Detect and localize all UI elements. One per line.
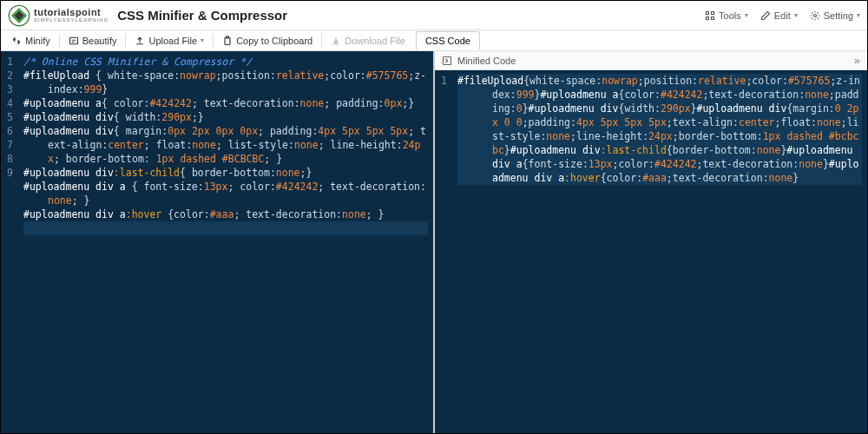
beautify-button[interactable]: Beautify (62, 33, 124, 49)
download-icon (331, 36, 341, 46)
download-button[interactable]: Download File (324, 33, 412, 49)
right-pane-title: Minified Code (457, 56, 516, 66)
toolbar: Minify Beautify Upload File▾ Copy to Cli… (1, 30, 867, 51)
svg-rect-6 (712, 16, 714, 19)
grid-icon (705, 10, 715, 21)
beautify-icon (69, 36, 79, 46)
line-gutter: 123456789 (1, 51, 18, 433)
minify-button[interactable]: Minify (4, 33, 57, 49)
tools-menu[interactable]: Tools▾ (705, 10, 748, 21)
svg-point-7 (813, 14, 816, 16)
chevron-down-icon: ▾ (201, 36, 204, 44)
expand-icon[interactable]: » (854, 54, 860, 67)
svg-rect-5 (707, 16, 709, 19)
css-input-editor[interactable]: 123456789 /* Online CSS Minifier & Compr… (1, 51, 433, 433)
right-pane: Minified Code » 1 #fileUpload{white-spac… (433, 51, 867, 433)
edit-menu[interactable]: Edit▾ (760, 10, 798, 21)
svg-rect-4 (712, 11, 714, 14)
code-area[interactable]: /* Online CSS Minifier & Compressor */#f… (18, 51, 433, 433)
chevron-down-icon: ▾ (794, 11, 798, 19)
compress-icon (11, 36, 22, 46)
gear-icon (810, 10, 820, 21)
chevron-down-icon: ▾ (857, 11, 860, 19)
copy-button[interactable]: Copy to Clipboard (215, 33, 319, 49)
css-output-editor[interactable]: 1 #fileUpload{white-space:nowrap;positio… (435, 70, 867, 433)
left-pane: 123456789 /* Online CSS Minifier & Compr… (1, 51, 433, 433)
tab-css-code[interactable]: CSS Code (416, 31, 480, 49)
upload-icon (135, 36, 145, 46)
pencil-icon (760, 10, 771, 21)
page-title: CSS Minifier & Compressor (117, 8, 287, 23)
setting-menu[interactable]: Setting▾ (810, 10, 860, 21)
upload-button[interactable]: Upload File▾ (128, 33, 211, 49)
chevron-down-icon: ▾ (745, 11, 748, 19)
logo-icon (8, 4, 30, 27)
brand-text: tutorialspoint SIMPLYEASYLEARNING (34, 8, 108, 23)
brand-logo[interactable]: tutorialspoint SIMPLYEASYLEARNING (8, 4, 108, 27)
right-pane-header: Minified Code » (435, 51, 867, 70)
clipboard-icon (222, 36, 233, 46)
svg-rect-3 (707, 11, 709, 14)
svg-rect-8 (69, 37, 77, 44)
output-icon (442, 56, 452, 66)
editor-panes: 123456789 /* Online CSS Minifier & Compr… (1, 51, 867, 433)
app-header: tutorialspoint SIMPLYEASYLEARNING CSS Mi… (1, 1, 867, 30)
line-gutter: 1 (435, 70, 452, 433)
code-area: #fileUpload{white-space:nowrap;position:… (452, 70, 867, 433)
